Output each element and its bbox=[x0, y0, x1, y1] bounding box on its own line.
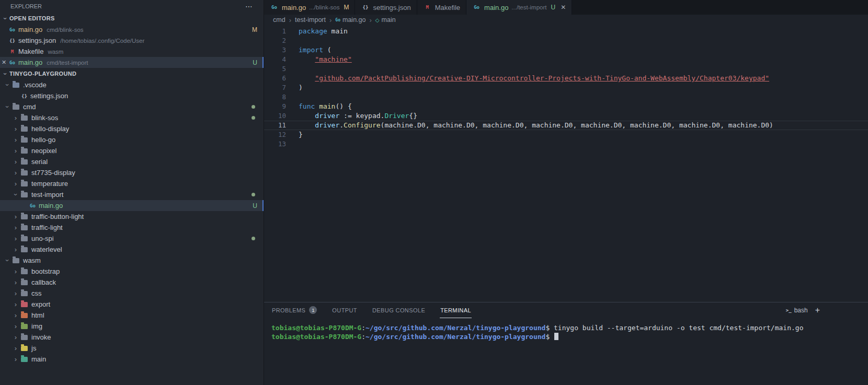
chevron-right-icon[interactable]: › bbox=[12, 301, 20, 308]
close-editor-icon[interactable]: ✕ bbox=[0, 59, 8, 66]
shell-selector[interactable]: bash bbox=[794, 307, 808, 314]
tree-item-main[interactable]: ›main bbox=[0, 354, 264, 365]
code-text: driver.Configure(machine.D0, machine.D0,… bbox=[299, 121, 773, 130]
chevron-right-icon[interactable]: › bbox=[12, 224, 20, 231]
tree-item-label: callback bbox=[31, 278, 56, 286]
tree-item-hello-display[interactable]: ›hello-display bbox=[0, 123, 264, 134]
tree-item-html[interactable]: ›html bbox=[0, 310, 264, 321]
editor-tab-settings.json[interactable]: {}settings.json bbox=[355, 0, 417, 15]
editor-area: Gomain.go.../blink-sosM{}settings.jsonMM… bbox=[264, 0, 868, 385]
json-file-icon: {} bbox=[361, 5, 370, 10]
chevron-right-icon[interactable]: › bbox=[12, 158, 20, 165]
editor-tab-Makefile[interactable]: MMakefile bbox=[417, 0, 466, 15]
panel-tab-output[interactable]: OUTPUT bbox=[332, 302, 358, 318]
panel-tab-debug-console[interactable]: DEBUG CONSOLE bbox=[372, 302, 426, 318]
tree-item-traffic-button-light[interactable]: ›traffic-button-light bbox=[0, 211, 264, 222]
chevron-right-icon[interactable]: › bbox=[12, 136, 20, 143]
open-editors-section-header[interactable]: › OPEN EDITORS bbox=[0, 13, 264, 24]
tree-item-label: waterlevel bbox=[31, 246, 62, 253]
tab-label: settings.json bbox=[373, 4, 410, 11]
tree-item-waterlevel[interactable]: ›waterlevel bbox=[0, 244, 264, 255]
tree-item-css[interactable]: ›css bbox=[0, 288, 264, 299]
folder-icon bbox=[21, 214, 28, 219]
open-editor-settings.json[interactable]: {}settings.json/home/tobias/.config/Code… bbox=[0, 35, 264, 46]
breadcrumb-item-cmd[interactable]: cmd bbox=[273, 16, 285, 24]
terminal-output[interactable]: tobias@tobias-P870DM-G:~/go/src/github.c… bbox=[264, 318, 868, 341]
tree-item-bootstrap[interactable]: ›bootstrap bbox=[0, 266, 264, 277]
tree-item-test-import[interactable]: ›test-import bbox=[0, 189, 264, 200]
panel-tab-label: DEBUG CONSOLE bbox=[372, 307, 425, 313]
tree-item-hello-go[interactable]: ›hello-go bbox=[0, 134, 264, 145]
editor-tab-main.go[interactable]: Gomain.go.../blink-sosM bbox=[264, 0, 355, 15]
tree-item-invoke[interactable]: ›invoke bbox=[0, 332, 264, 343]
chevron-right-icon[interactable]: › bbox=[12, 312, 20, 319]
chevron-down-icon[interactable]: › bbox=[4, 256, 11, 265]
tree-item-img[interactable]: ›img bbox=[0, 321, 264, 332]
open-editor-Makefile[interactable]: MMakefilewasm bbox=[0, 46, 264, 57]
chevron-down-icon[interactable]: › bbox=[4, 81, 11, 89]
tree-item-neopixel[interactable]: ›neopixel bbox=[0, 145, 264, 156]
chevron-right-icon[interactable]: › bbox=[12, 235, 20, 242]
chevron-right-icon[interactable]: › bbox=[12, 180, 20, 187]
terminal-line: tobias@tobias-P870DM-G:~/go/src/github.c… bbox=[271, 332, 868, 341]
chevron-down-icon[interactable]: › bbox=[13, 191, 19, 199]
editor-tab-main.go[interactable]: Gomain.go.../test-importU✕ bbox=[466, 0, 572, 15]
chevron-right-icon[interactable]: › bbox=[12, 334, 20, 341]
line-number: 6 bbox=[264, 74, 286, 83]
tree-item-blink-sos[interactable]: ›blink-sos bbox=[0, 112, 264, 123]
code-text: func main() { bbox=[299, 102, 352, 111]
more-actions-icon[interactable]: ⋯ bbox=[245, 2, 253, 10]
chevron-right-icon[interactable]: › bbox=[12, 125, 20, 132]
explorer-sidebar: EXPLORER ⋯ › OPEN EDITORS Gomain.gocmd/b… bbox=[0, 0, 264, 385]
code-editor[interactable]: 1package main23import (4 "machine"56 "gi… bbox=[264, 25, 868, 302]
breadcrumb-item-main[interactable]: ◇main bbox=[375, 16, 396, 24]
open-editor-main.go[interactable]: ✕Gomain.gocmd/test-importU bbox=[0, 57, 264, 68]
tree-item-label: hello-display bbox=[31, 125, 69, 133]
tree-item-settings.json[interactable]: {}settings.json bbox=[0, 90, 264, 101]
tree-item-main.go[interactable]: Gomain.goU bbox=[0, 200, 264, 211]
breadcrumb-item-main.go[interactable]: Gomain.go bbox=[335, 16, 366, 24]
panel-tab-label: PROBLEMS bbox=[272, 307, 305, 313]
folder-icon bbox=[21, 115, 28, 121]
chevron-right-icon[interactable]: › bbox=[12, 246, 20, 253]
close-tab-icon[interactable]: ✕ bbox=[561, 4, 566, 11]
chevron-right-icon[interactable]: › bbox=[12, 268, 20, 275]
chevron-right-icon[interactable]: › bbox=[12, 323, 20, 330]
breadcrumb-item-test-import[interactable]: test-import bbox=[295, 16, 326, 24]
chevron-right-icon[interactable]: › bbox=[12, 213, 20, 220]
chevron-right-icon[interactable]: › bbox=[12, 290, 20, 297]
tree-item-wasm[interactable]: ›wasm bbox=[0, 255, 264, 266]
chevron-right-icon[interactable]: › bbox=[12, 114, 20, 121]
workspace-section-header[interactable]: › TINYGO-PLAYGROUND bbox=[0, 68, 264, 79]
tree-item-cmd[interactable]: ›cmd bbox=[0, 101, 264, 112]
workspace-label: TINYGO-PLAYGROUND bbox=[9, 71, 76, 77]
tree-item-label: main.go bbox=[39, 202, 63, 209]
file-name: main.go bbox=[18, 59, 42, 66]
chevron-right-icon[interactable]: › bbox=[12, 356, 20, 363]
explorer-title: EXPLORER bbox=[10, 3, 42, 9]
chevron-right-icon[interactable]: › bbox=[12, 147, 20, 154]
tree-item-serial[interactable]: ›serial bbox=[0, 156, 264, 167]
chevron-right-icon[interactable]: › bbox=[12, 169, 20, 176]
panel-tab-terminal[interactable]: TERMINAL bbox=[440, 302, 472, 318]
tree-item-callback[interactable]: ›callback bbox=[0, 277, 264, 288]
tree-item-export[interactable]: ›export bbox=[0, 299, 264, 310]
chevron-down-icon[interactable]: › bbox=[4, 103, 11, 111]
panel-tab-problems[interactable]: PROBLEMS1 bbox=[271, 302, 317, 318]
chevron-right-icon[interactable]: › bbox=[12, 345, 20, 352]
tree-item-.vscode[interactable]: ›.vscode bbox=[0, 79, 264, 90]
folder-icon bbox=[21, 357, 28, 362]
new-terminal-button[interactable]: + bbox=[815, 306, 820, 315]
file-path: cmd/test-import bbox=[47, 60, 253, 66]
tree-item-label: img bbox=[31, 322, 42, 330]
tree-item-traffic-light[interactable]: ›traffic-light bbox=[0, 222, 264, 233]
line-number: 9 bbox=[264, 102, 286, 111]
chevron-right-icon[interactable]: › bbox=[12, 279, 20, 286]
code-line-5: 5 bbox=[264, 64, 868, 74]
tree-item-uno-spi[interactable]: ›uno-spi bbox=[0, 233, 264, 244]
tree-item-temperature[interactable]: ›temperature bbox=[0, 178, 264, 189]
tree-item-label: html bbox=[31, 311, 44, 319]
tree-item-js[interactable]: ›js bbox=[0, 343, 264, 354]
tree-item-st7735-display[interactable]: ›st7735-display bbox=[0, 167, 264, 178]
open-editor-main.go[interactable]: Gomain.gocmd/blink-sosM bbox=[0, 24, 264, 35]
